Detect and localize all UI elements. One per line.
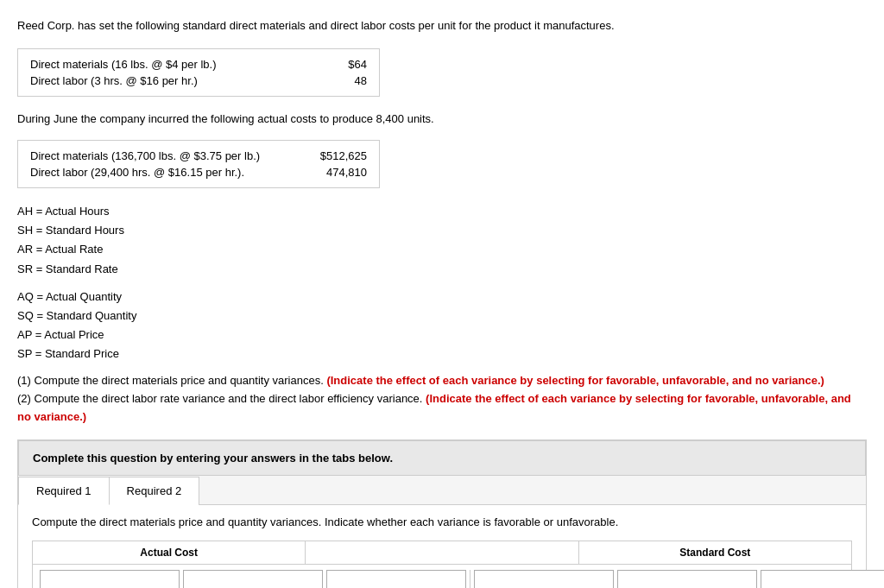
complete-banner-text: Complete this question by entering your …	[33, 452, 393, 465]
actual-intro-text: During June the company incurred the fol…	[17, 111, 867, 129]
q2-text: (2) Compute the direct labor rate varian…	[17, 392, 422, 405]
abbreviations-group1: AH = Actual Hours SH = Standard Hours AR…	[17, 202, 867, 278]
middle-inputs	[470, 570, 884, 588]
abbr-ap: AP = Actual Price	[17, 326, 867, 345]
actual-cost-inputs	[36, 570, 470, 588]
variance-table: Actual Cost Standard Cost	[32, 541, 852, 588]
tab-content: Compute the direct materials price and q…	[18, 505, 866, 588]
actual-cost-label-1: Direct materials (136,700 lbs. @ $3.75 p…	[30, 149, 294, 162]
variance-header-row: Actual Cost Standard Cost	[33, 541, 851, 565]
col2-header	[306, 541, 578, 565]
actual-cost-value-1: $512,625	[315, 149, 367, 162]
actual-cost-value-2: 474,810	[315, 166, 367, 179]
actual-cost-label-2: Direct labor (29,400 hrs. @ $16.15 per h…	[30, 166, 279, 179]
tab-required-2[interactable]: Required 2	[109, 477, 200, 505]
actual-costs-table: Direct materials (136,700 lbs. @ $3.75 p…	[17, 140, 380, 188]
middle-input-1[interactable]	[474, 570, 614, 588]
abbr-sr: SR = Standard Rate	[17, 260, 867, 279]
tabs-section: Required 1 Required 2 Compute the direct…	[18, 476, 866, 588]
abbr-sq: SQ = Standard Quantity	[17, 307, 867, 326]
abbr-aq: AQ = Actual Quantity	[17, 288, 867, 307]
complete-section: Complete this question by entering your …	[17, 439, 867, 588]
tabs-row: Required 1 Required 2	[18, 476, 866, 505]
q1-bold: (Indicate the effect of each variance by…	[326, 374, 824, 387]
question-block: (1) Compute the direct materials price a…	[17, 372, 867, 426]
standard-cost-row-2: Direct labor (3 hrs. @ $16 per hr.) 48	[30, 74, 367, 87]
actual-cost-input-3[interactable]	[326, 570, 466, 588]
complete-banner: Complete this question by entering your …	[18, 440, 866, 476]
q1-text: (1) Compute the direct materials price a…	[17, 374, 324, 387]
actual-cost-row-2: Direct labor (29,400 hrs. @ $16.15 per h…	[30, 166, 367, 179]
tab-description: Compute the direct materials price and q…	[32, 515, 852, 528]
abbr-sh: SH = Standard Hours	[17, 221, 867, 240]
abbr-ar: AR = Actual Rate	[17, 240, 867, 259]
middle-input-2[interactable]	[617, 570, 757, 588]
middle-input-3[interactable]	[761, 570, 884, 588]
actual-cost-row-1: Direct materials (136,700 lbs. @ $3.75 p…	[30, 149, 367, 162]
standard-cost-label-1: Direct materials (16 lbs. @ $4 per lb.)	[30, 58, 251, 71]
question-1: (1) Compute the direct materials price a…	[17, 372, 867, 390]
col3-header: Standard Cost	[579, 541, 851, 565]
standard-cost-value-1: $64	[315, 58, 367, 71]
tab-required-1[interactable]: Required 1	[18, 477, 110, 505]
abbr-sp: SP = Standard Price	[17, 345, 867, 364]
standard-cost-row-1: Direct materials (16 lbs. @ $4 per lb.) …	[30, 58, 367, 71]
standard-costs-table: Direct materials (16 lbs. @ $4 per lb.) …	[17, 48, 380, 97]
col1-header: Actual Cost	[33, 541, 306, 565]
standard-cost-value-2: 48	[315, 74, 367, 87]
intro-text: Reed Corp. has set the following standar…	[17, 17, 867, 35]
question-2: (2) Compute the direct labor rate varian…	[17, 390, 867, 427]
standard-cost-label-2: Direct labor (3 hrs. @ $16 per hr.)	[30, 74, 232, 87]
abbreviations-group2: AQ = Actual Quantity SQ = Standard Quant…	[17, 288, 867, 364]
actual-cost-input-2[interactable]	[183, 570, 323, 588]
abbr-ah: AH = Actual Hours	[17, 202, 867, 221]
variance-inputs-row	[33, 565, 851, 588]
actual-cost-input-1[interactable]	[40, 570, 180, 588]
